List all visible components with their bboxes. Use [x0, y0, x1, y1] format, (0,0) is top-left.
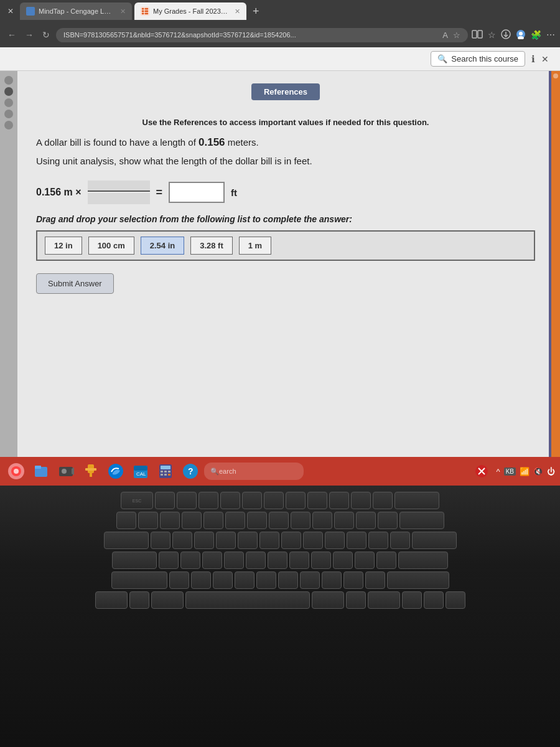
- equals-sign: =: [156, 186, 163, 199]
- taskbar-item-camera[interactable]: [55, 460, 77, 482]
- taskbar-search[interactable]: 🔍 earch: [204, 463, 304, 480]
- key-6: [247, 512, 267, 529]
- submit-answer-button[interactable]: Submit Answer: [36, 273, 114, 294]
- taskbar-item-calc[interactable]: [154, 460, 177, 482]
- download-icon[interactable]: [501, 29, 511, 41]
- svg-rect-30: [168, 471, 170, 472]
- favorites-icon[interactable]: ☆: [488, 30, 496, 40]
- fraction-denominator[interactable]: [88, 193, 150, 204]
- svg-rect-32: [164, 474, 167, 476]
- taskbar-item-help[interactable]: ?: [179, 460, 202, 482]
- taskbar-arrow-icon[interactable]: ^: [497, 467, 500, 476]
- drag-option-12in[interactable]: 12 in: [45, 237, 82, 255]
- key-f9: [329, 492, 349, 509]
- key-x: [191, 571, 211, 589]
- sidebar-dot-5[interactable]: [4, 121, 13, 129]
- keyboard-row-5: [111, 571, 449, 589]
- key-p: [347, 532, 366, 549]
- key-lalt: [151, 591, 184, 609]
- fraction-container: [88, 181, 150, 204]
- unit-label: ft: [231, 187, 237, 198]
- sidebar-dot-1[interactable]: [4, 76, 13, 85]
- key-f10: [351, 492, 371, 509]
- key-j: [289, 552, 309, 569]
- answer-input-box[interactable]: [169, 182, 225, 203]
- key-0: [334, 512, 354, 529]
- sidebar-dot-4[interactable]: [4, 110, 13, 118]
- references-button[interactable]: References: [251, 83, 320, 100]
- search-icon: 🔍: [437, 54, 447, 63]
- key-period: [343, 571, 363, 589]
- equation-prefix: 0.156 m ×: [36, 187, 82, 198]
- mindtap-favicon: [26, 7, 35, 16]
- taskbar-item-files[interactable]: [30, 460, 52, 482]
- address-bar[interactable]: ISBN=9781305657571&nbld=3576712&snapshot…: [56, 28, 468, 42]
- keyboard-row-1: ESC: [121, 492, 439, 509]
- svg-rect-33: [168, 474, 170, 476]
- taskbar-item-pin[interactable]: [80, 460, 102, 482]
- key-fn: [346, 591, 366, 609]
- key-i: [303, 532, 323, 549]
- refresh-button[interactable]: ↻: [40, 29, 52, 41]
- tab-mindtap-label: MindTap - Cengage Learning: [39, 7, 114, 15]
- svg-text:?: ?: [188, 466, 194, 476]
- taskbar-close-item[interactable]: [470, 460, 493, 482]
- drag-option-2.54in[interactable]: 2.54 in: [141, 237, 184, 255]
- svg-rect-29: [164, 471, 167, 472]
- tab-mindtap-close[interactable]: ✕: [120, 7, 126, 16]
- key-s: [180, 552, 200, 569]
- taskbar-item-calendar[interactable]: CAL: [129, 460, 152, 482]
- key-backslash: [412, 532, 457, 549]
- drag-option-3.28ft[interactable]: 3.28 ft: [190, 237, 233, 255]
- tab-mygrades[interactable]: My Grades - Fall 2023 TTU Intro... ✕: [134, 2, 246, 20]
- sidebar-dot-3[interactable]: [4, 98, 13, 107]
- menu-icon[interactable]: ⋯: [546, 30, 555, 40]
- taskbar-volume-icon[interactable]: 🔇: [533, 467, 543, 476]
- star-icon[interactable]: ☆: [453, 31, 460, 40]
- key-f2: [177, 492, 197, 509]
- read-mode-icon[interactable]: A: [442, 31, 448, 40]
- tab-switch-icon[interactable]: [472, 30, 483, 40]
- drag-option-100cm[interactable]: 100 cm: [88, 237, 134, 255]
- add-tab-button[interactable]: +: [249, 5, 263, 18]
- drag-option-1m[interactable]: 1 m: [239, 237, 271, 255]
- key-rshift: [387, 571, 449, 589]
- tab-mygrades-close[interactable]: ✕: [235, 7, 240, 16]
- sidebar-dot-2[interactable]: [4, 87, 13, 96]
- keyboard-row-3: [104, 532, 457, 549]
- close-search-icon[interactable]: ✕: [541, 54, 549, 64]
- taskbar: CAL ? 🔍 earch ^ KB 📶 🔇 ⏻: [0, 457, 560, 486]
- tab-mindtap[interactable]: MindTap - Cengage Learning ✕: [20, 2, 132, 20]
- key-f12: [394, 492, 439, 509]
- info-icon[interactable]: ℹ: [531, 54, 535, 65]
- taskbar-wifi-icon[interactable]: 📶: [520, 467, 530, 476]
- key-enter: [398, 552, 448, 569]
- taskbar-item-edge[interactable]: [105, 460, 127, 482]
- extensions-icon[interactable]: 🧩: [531, 30, 541, 40]
- question-text-line1: A dollar bill is found to have a length …: [36, 134, 535, 151]
- fraction-numerator[interactable]: [88, 181, 150, 192]
- tab-mygrades-label: My Grades - Fall 2023 TTU Intro...: [153, 7, 228, 15]
- key-3: [182, 512, 202, 529]
- svg-marker-17: [72, 467, 74, 475]
- taskbar-power-icon[interactable]: ⏻: [547, 467, 555, 476]
- key-k: [311, 552, 331, 569]
- taskbar-item-start[interactable]: [5, 460, 27, 482]
- close-tab-x[interactable]: ✕: [4, 6, 17, 17]
- forward-nav-button[interactable]: →: [22, 29, 36, 41]
- key-d: [202, 552, 222, 569]
- search-course-input[interactable]: 🔍 Search this course: [431, 51, 525, 67]
- profile-icon[interactable]: [516, 29, 526, 41]
- key-1: [138, 512, 158, 529]
- key-z: [169, 571, 189, 589]
- back-nav-button[interactable]: ←: [5, 29, 19, 41]
- key-l: [333, 552, 353, 569]
- browser-actions: ☆ 🧩 ⋯: [472, 29, 555, 41]
- key-lctrl: [95, 591, 128, 609]
- taskbar-kb-icon[interactable]: KB: [504, 467, 516, 476]
- key-f5: [242, 492, 262, 509]
- key-backtick: [116, 512, 136, 529]
- key-h: [268, 552, 287, 569]
- key-4: [203, 512, 223, 529]
- key-caps: [112, 552, 157, 569]
